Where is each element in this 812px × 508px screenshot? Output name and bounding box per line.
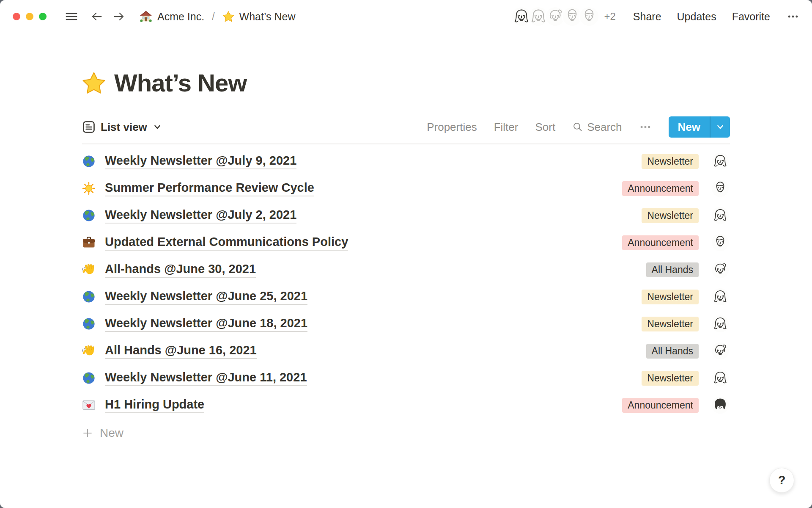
list-item[interactable]: Weekly Newsletter @June 11, 2021 Newslet…: [82, 364, 730, 392]
breadcrumb: Acme Inc. / What’s New: [140, 10, 295, 23]
add-new-label: New: [100, 426, 123, 440]
avatar[interactable]: [579, 6, 600, 27]
row-avatar: [711, 369, 729, 387]
view-switcher-label: List view: [101, 121, 147, 134]
love-letter-icon: [82, 398, 96, 412]
row-title-link[interactable]: H1 Hiring Update: [105, 398, 204, 413]
globe-icon: [82, 155, 96, 168]
close-window-button[interactable]: [13, 13, 20, 20]
row-tag: All Hands: [646, 344, 699, 359]
search-button[interactable]: Search: [572, 121, 622, 134]
filter-button[interactable]: Filter: [494, 121, 518, 134]
row-tag: Newsletter: [642, 208, 699, 223]
sun-icon: [82, 182, 96, 195]
topbar-actions: +2 Share Updates Favorite: [511, 6, 800, 27]
row-title-link[interactable]: Weekly Newsletter @June 18, 2021: [105, 316, 307, 332]
row-title-link[interactable]: Weekly Newsletter @June 25, 2021: [105, 289, 307, 305]
row-tag: Announcement: [622, 398, 699, 413]
row-avatar: [711, 288, 729, 306]
page-list: Weekly Newsletter @July 9, 2021 Newslett…: [82, 148, 730, 419]
list-item[interactable]: Weekly Newsletter @June 18, 2021 Newslet…: [82, 310, 730, 337]
list-item[interactable]: Summer Performance Review Cycle Announce…: [82, 175, 730, 202]
row-tag: Newsletter: [642, 371, 699, 386]
new-button-label[interactable]: New: [669, 116, 710, 138]
sidebar-menu-icon[interactable]: [65, 10, 78, 23]
row-avatar: [711, 152, 729, 170]
updates-button[interactable]: Updates: [677, 11, 716, 23]
zoom-window-button[interactable]: [39, 13, 47, 20]
wave-icon: [82, 263, 96, 276]
properties-button[interactable]: Properties: [427, 121, 477, 134]
breadcrumb-workspace[interactable]: Acme Inc.: [157, 11, 204, 23]
sort-button[interactable]: Sort: [535, 121, 555, 134]
list-item[interactable]: All-hands @June 30, 2021 All Hands: [82, 256, 730, 283]
list-divider: [82, 144, 730, 144]
breadcrumb-page[interactable]: What’s New: [239, 11, 296, 23]
view-toolbar: List view Properties Filter Sort Search …: [82, 116, 730, 138]
wave-icon: [82, 344, 96, 358]
more-options-icon[interactable]: [786, 10, 800, 23]
favorite-button[interactable]: Favorite: [732, 11, 770, 23]
house-icon: [140, 10, 152, 23]
breadcrumb-separator: /: [212, 11, 214, 22]
row-title-link[interactable]: All-hands @June 30, 2021: [105, 262, 256, 278]
row-avatar: [711, 207, 729, 224]
view-switcher[interactable]: List view: [82, 120, 162, 134]
back-arrow-icon[interactable]: [91, 10, 103, 23]
plus-icon: [82, 428, 93, 439]
new-button[interactable]: New: [669, 116, 730, 138]
toolbar-actions: Properties Filter Sort Search New: [427, 116, 730, 138]
list-item[interactable]: H1 Hiring Update Announcement: [82, 392, 730, 419]
row-tag: Newsletter: [642, 290, 699, 304]
collaborator-avatars[interactable]: [511, 6, 600, 27]
row-title-link[interactable]: Weekly Newsletter @July 2, 2021: [105, 208, 296, 224]
row-avatar: [711, 396, 729, 414]
list-item[interactable]: All Hands @June 16, 2021 All Hands: [82, 337, 730, 364]
row-avatar: [711, 342, 729, 360]
row-tag: Announcement: [622, 235, 699, 250]
row-tag: Announcement: [622, 181, 699, 196]
row-avatar: [711, 234, 729, 251]
help-button[interactable]: ?: [769, 468, 794, 493]
page-content: What’s New List view Properties Filter S…: [82, 69, 730, 446]
row-avatar: [711, 315, 729, 333]
notion-window: Acme Inc. / What’s New +2 Share Updates …: [0, 0, 812, 508]
list-view-icon: [82, 120, 96, 134]
row-title-link[interactable]: Weekly Newsletter @June 11, 2021: [105, 370, 307, 386]
search-label: Search: [587, 121, 622, 134]
briefcase-icon: [82, 236, 96, 249]
row-tag: Newsletter: [642, 154, 699, 169]
toolbar-more-icon[interactable]: [639, 121, 652, 133]
chevron-down-icon: [153, 123, 162, 131]
row-title-link[interactable]: Summer Performance Review Cycle: [105, 181, 314, 196]
globe-icon: [82, 209, 96, 222]
globe-icon: [82, 317, 96, 331]
share-button[interactable]: Share: [633, 11, 661, 23]
window-controls: [13, 13, 47, 20]
forward-arrow-icon[interactable]: [112, 10, 125, 23]
star-icon: [222, 11, 234, 22]
list-item[interactable]: Weekly Newsletter @June 25, 2021 Newslet…: [82, 283, 730, 310]
page-title[interactable]: What’s New: [114, 69, 247, 97]
globe-icon: [82, 290, 96, 304]
row-title-link[interactable]: Weekly Newsletter @July 9, 2021: [105, 154, 296, 169]
avatar-overflow-count[interactable]: +2: [604, 11, 615, 22]
add-new-row[interactable]: New: [82, 420, 730, 446]
new-button-chevron[interactable]: [710, 116, 730, 138]
search-icon: [572, 121, 583, 133]
topbar: Acme Inc. / What’s New +2 Share Updates …: [0, 0, 812, 33]
row-avatar: [711, 179, 729, 197]
row-title-link[interactable]: Updated External Communications Policy: [105, 235, 348, 251]
list-item[interactable]: Updated External Communications Policy A…: [82, 229, 730, 256]
minimize-window-button[interactable]: [26, 13, 33, 20]
list-item[interactable]: Weekly Newsletter @July 2, 2021 Newslett…: [82, 202, 730, 229]
globe-icon: [82, 371, 96, 385]
page-header: What’s New: [82, 69, 730, 97]
list-item[interactable]: Weekly Newsletter @July 9, 2021 Newslett…: [82, 148, 730, 175]
row-title-link[interactable]: All Hands @June 16, 2021: [105, 343, 257, 359]
row-tag: All Hands: [646, 262, 699, 277]
star-icon[interactable]: [82, 71, 106, 95]
row-tag: Newsletter: [642, 317, 699, 331]
row-avatar: [711, 261, 729, 279]
